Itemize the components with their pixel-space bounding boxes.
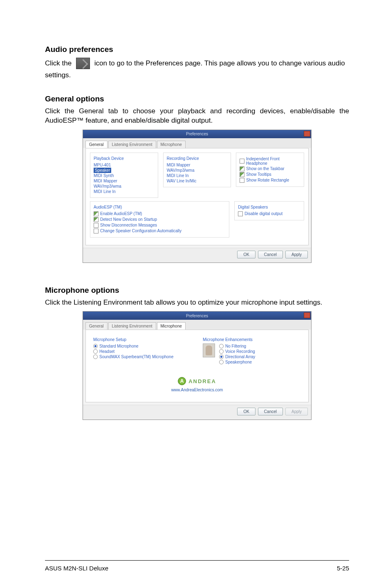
preferences-window-microphone: Preferences General Listening Environmen… xyxy=(83,311,312,420)
checkbox-show-rotate-rectangle[interactable]: Show Rotate Rectangle xyxy=(240,177,300,183)
pane: Playback Device MPU-401 Speaker MIDI Syn… xyxy=(85,148,309,245)
microphone-options-text: Click the Listening Environment tab allo… xyxy=(45,298,349,307)
radio-headset[interactable]: Headset xyxy=(93,349,191,354)
tab-general[interactable]: General xyxy=(85,322,108,330)
wrench-icon xyxy=(76,58,90,69)
apply-button: Apply xyxy=(285,408,308,415)
heading-microphone-options: Microphone options xyxy=(45,286,349,295)
ok-button[interactable]: OK xyxy=(237,408,255,415)
list-item[interactable]: MIDI Line In xyxy=(167,173,228,178)
close-icon[interactable] xyxy=(304,131,310,137)
tabs: General Listening Environment Microphone xyxy=(83,320,311,330)
list-item[interactable]: MIDI Mapper xyxy=(167,162,228,168)
section-microphone-options: Microphone options Click the Listening E… xyxy=(45,286,349,431)
button-bar: OK Cancel Apply xyxy=(83,248,311,263)
page-footer: ASUS M2N-SLI Deluxe 5-25 xyxy=(45,560,349,572)
cancel-button[interactable]: Cancel xyxy=(258,408,283,415)
checkbox-enable-audioesp[interactable]: Enable AudioESP (TM) xyxy=(94,211,226,217)
group-title: Playback Device xyxy=(94,156,155,161)
text-post: icon to go to the Preferences page. This… xyxy=(45,59,345,79)
list-item[interactable]: MIDI Synth xyxy=(94,173,155,178)
andrea-logo-text: ANDREA xyxy=(188,378,216,384)
tab-listening-environment[interactable]: Listening Environment xyxy=(108,322,156,330)
radio-speakerphone[interactable]: Speakerphone xyxy=(219,359,255,365)
close-icon[interactable] xyxy=(304,312,310,318)
titlebar: Preferences xyxy=(83,312,311,320)
radio-standard-microphone[interactable]: Standard Microphone xyxy=(93,343,191,349)
window-title: Preferences xyxy=(186,132,208,136)
titlebar: Preferences xyxy=(83,130,311,138)
andrea-logo-badge-icon: A xyxy=(178,377,186,385)
checkbox-show-tooltips[interactable]: Show Tooltips xyxy=(240,172,300,177)
apply-button[interactable]: Apply xyxy=(285,251,308,258)
list-item[interactable]: WAV Line In/Mic xyxy=(167,178,228,184)
heading-audio-preferences: Audio preferences xyxy=(45,45,349,54)
checkbox-detect-new-devices[interactable]: Detect New Devices on Startup xyxy=(94,217,226,222)
pane: Microphone Setup Standard Microphone Hea… xyxy=(85,330,309,402)
list-item[interactable]: WAV/mp3/wma xyxy=(94,184,155,189)
audio-preferences-text: Click the icon to go to the Preferences … xyxy=(45,57,349,81)
ok-button[interactable]: OK xyxy=(237,251,255,258)
andrea-url[interactable]: www.AndreaElectronics.com xyxy=(90,388,304,392)
checkbox-change-speaker-auto[interactable]: Change Speaker Configuration Automatical… xyxy=(94,228,226,234)
section-audio-preferences: Audio preferences Click the icon to go t… xyxy=(45,45,349,82)
list-item-selected[interactable]: Speaker xyxy=(94,168,155,173)
checkbox-show-disconnection[interactable]: Show Disconnection Messages xyxy=(94,222,226,228)
group-title: Recording Device xyxy=(167,156,228,161)
button-bar: OK Cancel Apply xyxy=(83,405,311,420)
list-item[interactable]: MIDI Mapper xyxy=(94,178,155,184)
group-digital-speakers: Digital Speakers Disable digital output xyxy=(234,201,304,220)
group-title: Digital Speakers xyxy=(238,205,300,209)
group-microphone-enhancements: Microphone Enhancements No Filtering Voi… xyxy=(199,334,304,368)
window-title: Preferences xyxy=(186,314,208,318)
tab-listening-environment[interactable]: Listening Environment xyxy=(108,141,156,148)
tab-general[interactable]: General xyxy=(85,141,108,148)
list-item[interactable]: WAV/mp3/wma xyxy=(167,168,228,173)
list-item[interactable]: MIDI Line In xyxy=(94,189,155,194)
radio-no-filtering[interactable]: No Filtering xyxy=(219,343,255,349)
checkbox-show-taskbar[interactable]: Show on the Taskbar xyxy=(240,166,300,172)
group-audio-esp: AudioESP (TM) Enable AudioESP (TM) Detec… xyxy=(90,201,229,238)
group-others: Independent Front Headphone Show on the … xyxy=(236,153,304,187)
tabs: General Listening Environment Microphone xyxy=(83,138,311,148)
section-general-options: General options Click the General tab to… xyxy=(45,94,349,274)
text-pre: Click the xyxy=(45,59,74,67)
footer-left: ASUS M2N-SLI Deluxe xyxy=(45,565,108,572)
tab-microphone[interactable]: Microphone xyxy=(157,322,186,330)
group-playback-device: Playback Device MPU-401 Speaker MIDI Syn… xyxy=(90,153,158,198)
andrea-logo: A ANDREA xyxy=(90,377,304,385)
tab-microphone[interactable]: Microphone xyxy=(157,141,186,148)
group-title: AudioESP (TM) xyxy=(94,205,226,209)
footer-right: 5-25 xyxy=(337,565,349,572)
group-microphone-setup: Microphone Setup Standard Microphone Hea… xyxy=(90,334,195,363)
group-title: Microphone Enhancements xyxy=(203,337,301,342)
preferences-window-general: Preferences General Listening Environmen… xyxy=(83,130,312,263)
avatar-icon xyxy=(203,343,215,357)
list-item[interactable]: MPU-401 xyxy=(94,162,155,168)
checkbox-independent-front-headphone[interactable]: Independent Front Headphone xyxy=(240,156,300,166)
cancel-button[interactable]: Cancel xyxy=(258,251,283,258)
radio-superbeam-microphone[interactable]: SoundMAX Superbeam(TM) Microphone xyxy=(93,354,191,359)
radio-directional-array[interactable]: Directional Array xyxy=(219,354,255,359)
general-options-text: Click the General tab to choose your pla… xyxy=(45,107,349,126)
group-recording-device: Recording Device MIDI Mapper WAV/mp3/wma… xyxy=(163,153,231,187)
checkbox-disable-digital-output[interactable]: Disable digital output xyxy=(238,211,300,217)
heading-general-options: General options xyxy=(45,94,349,103)
radio-voice-recording[interactable]: Voice Recording xyxy=(219,349,255,354)
group-title: Microphone Setup xyxy=(93,337,191,342)
